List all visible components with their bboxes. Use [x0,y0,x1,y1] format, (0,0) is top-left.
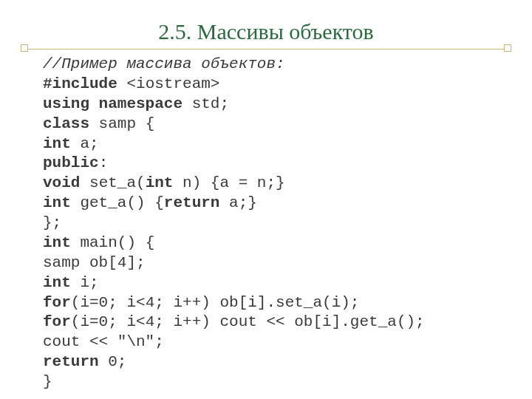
kw-int: int [43,234,71,251]
code-text: a; [71,135,99,152]
kw-public: public [43,154,99,171]
code-text: : [99,154,109,171]
kw-int: int [146,174,174,191]
code-text: set_a( [80,174,145,191]
code-text: }; [43,214,61,231]
code-text: samp ob[4]; [43,254,146,271]
kw-void: void [43,174,80,191]
code-text: cout << "\n"; [43,333,164,350]
code-text: (i=0; i<4; i++) cout << ob[i].get_a(); [71,313,425,330]
kw-include: #include [43,75,117,92]
ornament-right [504,44,511,52]
kw-int: int [43,194,71,211]
code-text: i; [71,274,99,291]
code-text: std; [183,95,229,112]
code-text: } [43,373,52,390]
code-line: //Пример массива объектов: [43,55,285,72]
slide: 2.5. Массивы объектов //Пример массива о… [0,0,532,399]
code-text: (i=0; i<4; i++) ob[i].set_a(i); [71,294,360,311]
code-text: a;} [219,194,256,211]
code-text: get_a() { [71,194,164,211]
kw-return: return [43,353,99,370]
kw-for: for [43,294,71,311]
code-text: <iostream> [117,75,220,92]
code-text: samp { [89,115,154,132]
code-text: main() { [71,234,154,251]
kw-int: int [43,135,71,152]
kw-for: for [43,313,71,330]
code-block: //Пример массива объектов: #include <ios… [0,50,532,392]
kw-using-namespace: using namespace [43,95,183,112]
code-text: n) {a = n;} [173,174,284,191]
kw-int: int [43,274,71,291]
kw-class: class [43,115,89,132]
code-text: 0; [99,353,127,370]
slide-title: 2.5. Массивы объектов [0,0,532,49]
kw-return: return [164,194,220,211]
ornament-left [21,44,28,52]
